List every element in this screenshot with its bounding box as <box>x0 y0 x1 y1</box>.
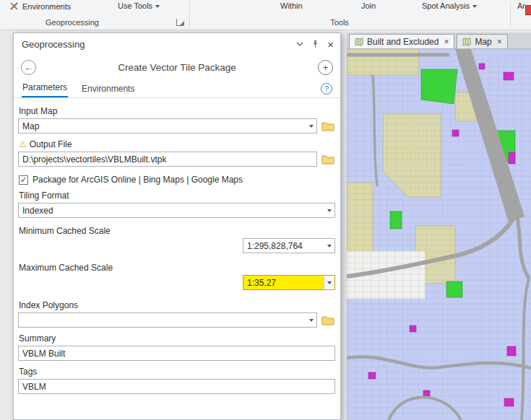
tags-label: Tags <box>19 367 335 377</box>
dropdown-arrow-icon[interactable] <box>306 313 316 327</box>
panel-close-button[interactable]: × <box>327 39 334 50</box>
tab-parameters[interactable]: Parameters <box>22 82 68 97</box>
tiling-format-label: Tiling Format <box>19 191 335 201</box>
view-tab-map[interactable]: Map × <box>457 34 507 48</box>
close-icon[interactable]: × <box>497 38 502 46</box>
tool-title: Create Vector Tile Package <box>36 62 318 73</box>
package-checkbox[interactable]: ✓ <box>19 175 28 185</box>
view-tab-strip: Built and Excluded × Map × <box>347 32 531 49</box>
ribbon-spot-analysis-label: Spot Analysis <box>422 1 470 10</box>
close-icon[interactable]: × <box>444 38 449 46</box>
parameters-form: Input Map Map ⚠ Output File <box>14 98 340 394</box>
output-file-browse-button[interactable] <box>321 153 335 165</box>
output-file-input[interactable] <box>18 152 317 167</box>
ribbon-separator <box>189 2 190 27</box>
package-option-label: Package for ArcGIS Online | Bing Maps | … <box>33 175 243 185</box>
tiling-format-combobox[interactable]: Indexed <box>18 203 335 218</box>
back-button[interactable]: ← <box>21 60 36 75</box>
summary-input[interactable] <box>18 346 335 361</box>
map-view-area: Built and Excluded × Map × <box>347 32 531 420</box>
environments-tools-icon <box>9 1 19 11</box>
summary-label: Summary <box>19 333 335 344</box>
folder-icon <box>321 315 334 325</box>
tool-header: ← Create Vector Tile Package + <box>14 55 340 79</box>
ribbon-partial-label: Ar <box>517 1 525 10</box>
tags-input[interactable] <box>18 379 335 394</box>
pin-icon <box>311 40 319 48</box>
map-image <box>347 49 531 420</box>
ribbon-join-label: Join <box>361 1 376 10</box>
map-canvas[interactable] <box>347 49 531 420</box>
ribbon-use-tools-button[interactable]: Use Tools <box>118 1 160 10</box>
warning-icon: ⚠ <box>19 140 27 149</box>
close-icon: × <box>327 39 334 50</box>
view-tab-built-and-excluded[interactable]: Built and Excluded × <box>349 34 454 48</box>
index-polygons-combobox[interactable] <box>18 312 317 328</box>
view-tab-label: Map <box>475 37 491 47</box>
dropdown-arrow-icon[interactable] <box>324 239 334 253</box>
plus-icon: + <box>323 63 329 72</box>
min-cached-scale-combobox[interactable]: 1:295,828,764 <box>243 238 335 253</box>
input-map-browse-button[interactable] <box>321 120 335 132</box>
add-tool-button[interactable]: + <box>318 60 333 75</box>
ribbon-group-geoprocessing-label: Geoprocessing <box>7 18 137 27</box>
ribbon-partial-red-icon[interactable] <box>525 5 531 15</box>
back-arrow-icon: ← <box>24 63 33 72</box>
index-polygons-browse-button[interactable] <box>321 314 335 326</box>
dropdown-arrow-icon[interactable] <box>324 276 334 289</box>
panel-menu-button[interactable] <box>296 42 303 46</box>
geoprocessing-dialog-launcher-icon[interactable] <box>176 19 184 26</box>
chevron-down-icon <box>296 42 303 46</box>
dropdown-arrow-icon[interactable] <box>306 119 316 133</box>
folder-icon <box>321 121 334 131</box>
package-option-row: ✓ Package for ArcGIS Online | Bing Maps … <box>19 175 335 185</box>
view-tab-label: Built and Excluded <box>367 37 439 47</box>
tiling-format-value: Indexed <box>22 206 323 216</box>
map-icon <box>462 38 471 46</box>
min-cached-scale-value: 1:295,828,764 <box>247 241 323 251</box>
index-polygons-label: Index Polygons <box>19 300 335 310</box>
panel-header: Geoprocessing × <box>14 33 340 55</box>
help-button[interactable]: ? <box>321 83 332 95</box>
map-icon <box>355 38 363 46</box>
ribbon-environments-label: Environments <box>22 2 71 11</box>
ribbon-environments-button[interactable]: Environments <box>9 1 71 11</box>
ribbon-within-button[interactable]: Within <box>280 1 303 10</box>
output-file-label: ⚠ Output File <box>19 139 335 149</box>
ribbon-join-button[interactable]: Join <box>361 1 376 10</box>
folder-icon <box>321 154 334 165</box>
min-cached-scale-label: Minimum Cached Scale <box>19 226 335 236</box>
help-icon: ? <box>324 84 329 93</box>
panel-tabs: Parameters Environments ? <box>14 79 340 98</box>
input-map-value: Map <box>22 121 305 131</box>
geoprocessing-panel: Geoprocessing × ← Create Vector Tile Pac… <box>13 32 341 420</box>
tab-environments[interactable]: Environments <box>81 84 135 97</box>
panel-title: Geoprocessing <box>22 39 288 50</box>
ribbon: Environments Use Tools Geoprocessing Wit… <box>0 0 531 30</box>
max-cached-scale-combobox[interactable]: 1:35.27 <box>243 275 335 290</box>
ribbon-use-tools-label: Use Tools <box>118 1 152 10</box>
dropdown-arrow-icon[interactable] <box>324 204 334 217</box>
max-cached-scale-value: 1:35.27 <box>247 278 323 288</box>
input-map-combobox[interactable]: Map <box>18 118 317 134</box>
ribbon-separator <box>510 2 511 27</box>
ribbon-spot-analysis-button[interactable]: Spot Analysis <box>422 1 477 10</box>
input-map-label: Input Map <box>19 106 335 116</box>
check-icon: ✓ <box>20 176 27 184</box>
chevron-down-icon <box>155 5 160 8</box>
chevron-down-icon <box>472 5 477 8</box>
max-cached-scale-label: Maximum Cached Scale <box>19 263 335 273</box>
ribbon-within-label: Within <box>280 1 303 10</box>
panel-pin-button[interactable] <box>311 40 319 48</box>
ribbon-group-tools-label: Tools <box>202 18 477 27</box>
